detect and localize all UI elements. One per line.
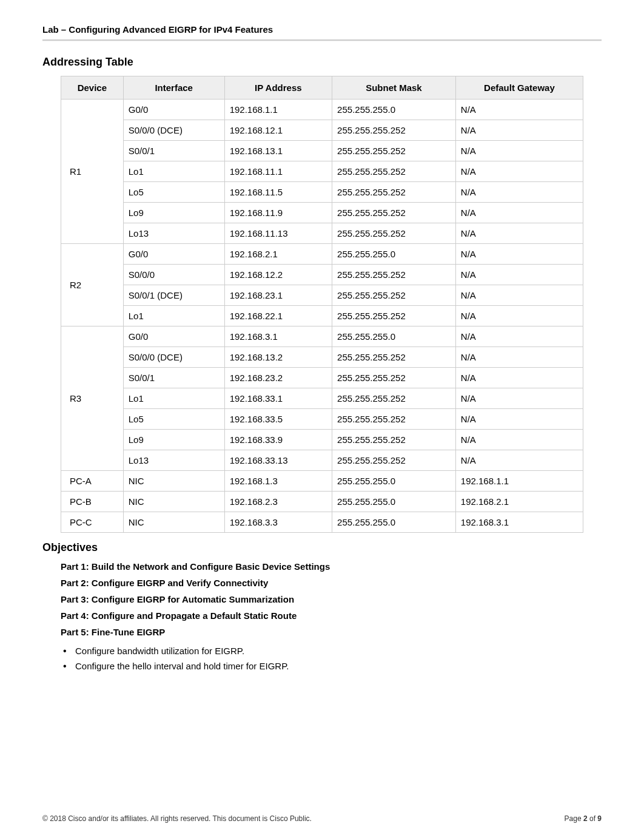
mask-cell: 255.255.255.252 (332, 203, 456, 223)
ip-cell: 192.168.13.2 (224, 347, 332, 368)
mask-cell: 255.255.255.252 (332, 141, 456, 161)
gateway-cell: N/A (455, 244, 583, 265)
device-cell: R3 (61, 326, 124, 471)
gateway-cell: N/A (455, 285, 583, 306)
mask-cell: 255.255.255.0 (332, 512, 456, 533)
gateway-cell: N/A (455, 120, 583, 141)
interface-cell: S0/0/1 (DCE) (123, 285, 224, 306)
gateway-cell: N/A (455, 223, 583, 244)
ip-cell: 192.168.11.9 (224, 203, 332, 223)
ip-cell: 192.168.23.2 (224, 368, 332, 388)
mask-cell: 255.255.255.252 (332, 182, 456, 203)
col-mask: Subnet Mask (332, 76, 456, 100)
footer-copyright: © 2018 Cisco and/or its affiliates. All … (42, 814, 312, 823)
interface-cell: Lo1 (123, 161, 224, 182)
interface-cell: Lo9 (123, 430, 224, 450)
interface-cell: Lo13 (123, 450, 224, 471)
mask-cell: 255.255.255.252 (332, 265, 456, 285)
addressing-table-heading: Addressing Table (42, 56, 602, 69)
page-label: Page (565, 814, 583, 823)
gateway-cell: N/A (455, 368, 583, 388)
lab-header: Lab – Configuring Advanced EIGRP for IPv… (42, 24, 602, 39)
gateway-cell: N/A (455, 265, 583, 285)
mask-cell: 255.255.255.0 (332, 244, 456, 265)
gateway-cell: N/A (455, 306, 583, 326)
gateway-cell: 192.168.2.1 (455, 492, 583, 512)
table-row: Lo5192.168.33.5255.255.255.252N/A (61, 409, 583, 430)
gateway-cell: N/A (455, 182, 583, 203)
table-row: Lo1192.168.22.1255.255.255.252N/A (61, 306, 583, 326)
gateway-cell: N/A (455, 430, 583, 450)
ip-cell: 192.168.33.13 (224, 450, 332, 471)
mask-cell: 255.255.255.252 (332, 368, 456, 388)
mask-cell: 255.255.255.252 (332, 120, 456, 141)
objectives-heading: Objectives (42, 541, 602, 554)
mask-cell: 255.255.255.252 (332, 223, 456, 244)
objective-part: Part 1: Build the Network and Configure … (61, 561, 602, 572)
page-total: 9 (597, 814, 602, 823)
ip-cell: 192.168.12.1 (224, 120, 332, 141)
objective-part: Part 4: Configure and Propagate a Defaul… (61, 610, 602, 621)
device-cell: R1 (61, 100, 124, 244)
objective-bullet: Configure bandwidth utilization for EIGR… (61, 643, 602, 658)
device-cell: R2 (61, 244, 124, 326)
table-row: Lo9192.168.33.9255.255.255.252N/A (61, 430, 583, 450)
table-row: S0/0/0192.168.12.2255.255.255.252N/A (61, 265, 583, 285)
header-divider (42, 39, 602, 41)
col-gateway: Default Gateway (455, 76, 583, 100)
interface-cell: Lo5 (123, 409, 224, 430)
mask-cell: 255.255.255.0 (332, 100, 456, 120)
gateway-cell: N/A (455, 141, 583, 161)
table-row: S0/0/0 (DCE)192.168.13.2255.255.255.252N… (61, 347, 583, 368)
gateway-cell: N/A (455, 347, 583, 368)
table-row: Lo5192.168.11.5255.255.255.252N/A (61, 182, 583, 203)
table-row: S0/0/1192.168.13.1255.255.255.252N/A (61, 141, 583, 161)
ip-cell: 192.168.33.9 (224, 430, 332, 450)
gateway-cell: 192.168.1.1 (455, 471, 583, 492)
interface-cell: S0/0/1 (123, 141, 224, 161)
interface-cell: NIC (123, 471, 224, 492)
mask-cell: 255.255.255.252 (332, 347, 456, 368)
addressing-table: Device Interface IP Address Subnet Mask … (61, 76, 583, 533)
ip-cell: 192.168.11.13 (224, 223, 332, 244)
interface-cell: Lo1 (123, 306, 224, 326)
table-row: Lo9192.168.11.9255.255.255.252N/A (61, 203, 583, 223)
table-row: Lo13192.168.11.13255.255.255.252N/A (61, 223, 583, 244)
table-row: R3G0/0192.168.3.1255.255.255.0N/A (61, 326, 583, 347)
mask-cell: 255.255.255.252 (332, 430, 456, 450)
objective-part: Part 2: Configure EIGRP and Verify Conne… (61, 578, 602, 588)
ip-cell: 192.168.2.3 (224, 492, 332, 512)
table-row: S0/0/0 (DCE)192.168.12.1255.255.255.252N… (61, 120, 583, 141)
table-row: Lo13192.168.33.13255.255.255.252N/A (61, 450, 583, 471)
ip-cell: 192.168.22.1 (224, 306, 332, 326)
gateway-cell: 192.168.3.1 (455, 512, 583, 533)
interface-cell: Lo13 (123, 223, 224, 244)
mask-cell: 255.255.255.0 (332, 471, 456, 492)
table-row: S0/0/1 (DCE)192.168.23.1255.255.255.252N… (61, 285, 583, 306)
page-footer: © 2018 Cisco and/or its affiliates. All … (42, 814, 602, 823)
mask-cell: 255.255.255.252 (332, 161, 456, 182)
objective-part: Part 3: Configure EIGRP for Automatic Su… (61, 594, 602, 604)
mask-cell: 255.255.255.0 (332, 326, 456, 347)
ip-cell: 192.168.3.1 (224, 326, 332, 347)
footer-pagination: Page 2 of 9 (565, 814, 602, 823)
mask-cell: 255.255.255.0 (332, 492, 456, 512)
ip-cell: 192.168.23.1 (224, 285, 332, 306)
table-row: Lo1192.168.33.1255.255.255.252N/A (61, 388, 583, 409)
ip-cell: 192.168.11.1 (224, 161, 332, 182)
interface-cell: NIC (123, 492, 224, 512)
interface-cell: G0/0 (123, 244, 224, 265)
mask-cell: 255.255.255.252 (332, 409, 456, 430)
ip-cell: 192.168.11.5 (224, 182, 332, 203)
page-current: 2 (583, 814, 588, 823)
interface-cell: S0/0/0 (DCE) (123, 120, 224, 141)
interface-cell: S0/0/0 (DCE) (123, 347, 224, 368)
col-device: Device (61, 76, 124, 100)
device-cell: PC-B (61, 492, 124, 512)
page-of: of (588, 814, 598, 823)
ip-cell: 192.168.13.1 (224, 141, 332, 161)
gateway-cell: N/A (455, 100, 583, 120)
mask-cell: 255.255.255.252 (332, 388, 456, 409)
interface-cell: NIC (123, 512, 224, 533)
ip-cell: 192.168.2.1 (224, 244, 332, 265)
